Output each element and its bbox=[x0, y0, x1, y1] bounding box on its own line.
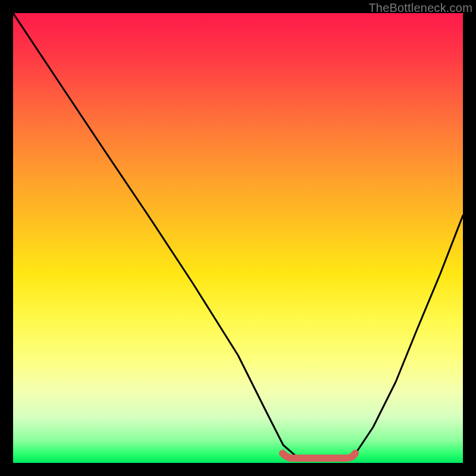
curve-svg bbox=[13, 13, 463, 463]
bottleneck-curve-path bbox=[13, 13, 463, 461]
chart-frame: TheBottleneck.com bbox=[0, 0, 476, 476]
optimal-zone-dot-right bbox=[352, 450, 359, 457]
optimal-zone-dot-left bbox=[279, 450, 286, 457]
watermark-text: TheBottleneck.com bbox=[368, 1, 472, 15]
gradient-plot-area bbox=[13, 13, 463, 463]
